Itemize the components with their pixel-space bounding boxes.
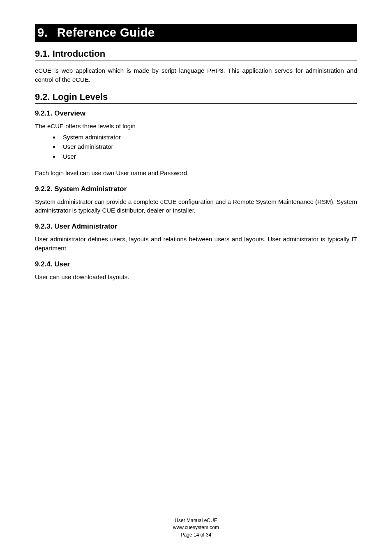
section-heading-login-levels: 9.2. Login Levels [35, 92, 357, 104]
footer-line-2: www.cuesystem.com [0, 524, 392, 531]
footer-line-1: User Manual eCUE [0, 517, 392, 524]
overview-trailing: Each login level can use own User name a… [35, 169, 357, 178]
chapter-title: Reference Guide [57, 26, 155, 39]
list-item: System administrator [60, 132, 357, 142]
subsection-heading-overview: 9.2.1. Overview [35, 109, 357, 118]
footer-line-3: Page 14 of 34 [0, 532, 392, 539]
list-item: User administrator [60, 142, 357, 151]
page-footer: User Manual eCUE www.cuesystem.com Page … [0, 517, 392, 539]
subsection-heading-user: 9.2.4. User [35, 260, 357, 268]
overview-intro: The eCUE offers three levels of login [35, 122, 357, 131]
subsection-heading-useradmin: 9.2.3. User Administrator [35, 222, 357, 231]
chapter-number: 9. [37, 26, 48, 39]
overview-list: System administrator User administrator … [35, 132, 357, 161]
useradmin-paragraph: User administrator defines users, layout… [35, 235, 357, 253]
intro-paragraph: eCUE is web application which is made by… [35, 66, 357, 84]
subsection-heading-sysadmin: 9.2.2. System Administrator [35, 185, 357, 193]
section-heading-intro: 9.1. Introduction [35, 49, 357, 60]
sysadmin-paragraph: System administrator can provide a compl… [35, 197, 357, 215]
chapter-banner: 9. Reference Guide [35, 24, 357, 42]
page-container: 9. Reference Guide 9.1. Introduction eCU… [0, 0, 392, 555]
list-item: User [60, 152, 357, 161]
user-paragraph: User can use downloaded layouts. [35, 273, 357, 282]
